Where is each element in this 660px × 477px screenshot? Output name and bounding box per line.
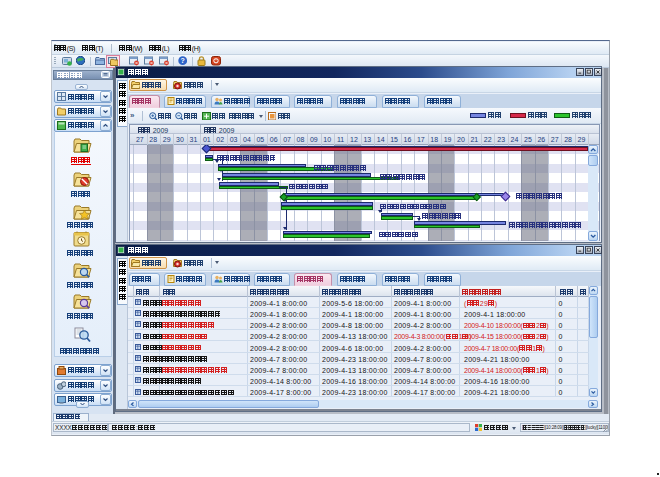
svg-text:?: ? [180, 57, 184, 64]
